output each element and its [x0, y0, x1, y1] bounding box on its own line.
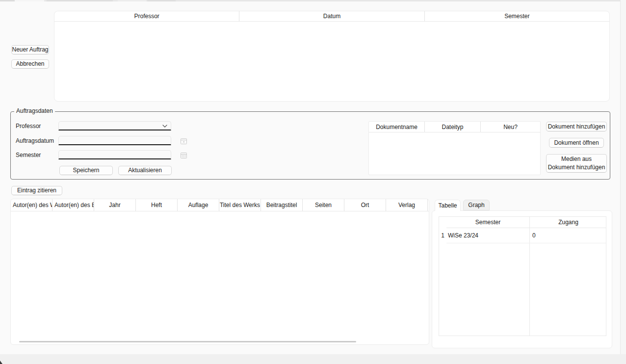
app-window: Professor Datum Semester Neuer Auftrag A…	[0, 0, 626, 364]
citations-column-work-title: Titel des Werks	[219, 199, 261, 211]
orders-column-semester: Semester	[425, 11, 609, 21]
documents-table: Dokumentname Dateityp Neu?	[368, 121, 541, 175]
order-date-input[interactable]	[58, 136, 171, 145]
citations-table-body[interactable]	[11, 211, 429, 337]
citations-column-pages: Seiten	[303, 199, 344, 211]
row-zugang-value: 0	[532, 228, 606, 243]
tab-graph[interactable]: Graph	[463, 200, 490, 210]
cite-entry-button[interactable]: Eintrag zitieren	[11, 186, 62, 195]
order-date-label: Auftragsdatum	[16, 137, 54, 144]
groupbox-legend: Auftragsdaten	[14, 107, 55, 114]
row-separator	[446, 243, 606, 243]
stats-column-zugang: Zugang	[530, 217, 607, 228]
row-index: 1	[439, 228, 446, 243]
citations-column-contribution-authors: Autor(en) des Beitrags	[52, 199, 94, 211]
citations-table: Autor(en) des Werks Autor(en) des Beitra…	[10, 199, 429, 345]
new-order-button[interactable]: Neuer Auftrag	[11, 45, 49, 54]
citations-column-place: Ort	[344, 199, 386, 211]
orders-table-header: Professor Datum Semester	[54, 11, 609, 22]
row-semester-value: WiSe 23/24	[448, 228, 528, 243]
orders-table: Professor Datum Semester	[54, 11, 610, 102]
semester-input[interactable]	[58, 150, 171, 159]
refresh-button[interactable]: Aktualisieren	[118, 166, 172, 175]
add-media-from-document-button[interactable]: Medien aus Dokument hinzufügen	[546, 154, 607, 173]
save-button[interactable]: Speichern	[59, 166, 113, 175]
citations-column-edition: Auflage	[178, 199, 219, 211]
citations-column-work-authors: Autor(en) des Werks	[11, 199, 52, 211]
window-right-edge	[620, 0, 626, 354]
documents-column-name: Dokumentname	[369, 122, 425, 132]
order-data-groupbox: Auftragsdaten Professor Auftragsdatum Se…	[10, 111, 610, 180]
documents-table-header: Dokumentname Dateityp Neu?	[369, 122, 540, 132]
calendar-grid-icon[interactable]	[180, 151, 187, 159]
semester-access-table: Semester Zugang 1 WiSe 23/24 0	[439, 216, 606, 336]
citations-column-year: Jahr	[94, 199, 136, 211]
citations-column-publisher: Verlag	[386, 199, 428, 211]
professor-combobox[interactable]	[58, 121, 171, 130]
open-document-button[interactable]: Dokument öffnen	[549, 138, 604, 148]
window-top-edge	[0, 0, 626, 1]
documents-column-new: Neu?	[481, 122, 540, 132]
calendar-day-icon[interactable]	[180, 137, 187, 145]
tab-tabelle[interactable]: Tabelle	[435, 200, 461, 211]
citations-column-issue: Heft	[136, 199, 178, 211]
cancel-button[interactable]: Abbrechen	[11, 59, 49, 69]
orders-table-body[interactable]	[54, 22, 609, 101]
semester-label: Semester	[16, 152, 41, 158]
add-document-button[interactable]: Dokument hinzufügen	[546, 122, 607, 131]
window-bottom-strip	[0, 354, 626, 364]
documents-column-filetype: Dateityp	[425, 122, 481, 132]
professor-input[interactable]	[58, 121, 171, 130]
citations-table-header: Autor(en) des Werks Autor(en) des Beitra…	[11, 199, 429, 211]
stats-column-semester: Semester	[446, 217, 529, 228]
stats-panel: Semester Zugang 1 WiSe 23/24 0	[432, 210, 612, 348]
professor-label: Professor	[16, 123, 41, 130]
orders-column-datum: Datum	[239, 11, 424, 21]
column-separator	[529, 217, 530, 336]
documents-table-body[interactable]	[369, 132, 540, 175]
orders-column-professor: Professor	[54, 11, 239, 21]
citations-column-contribution-title: Beitragstitel	[261, 199, 303, 211]
chevron-down-icon	[162, 123, 168, 129]
horizontal-scrollbar-thumb[interactable]	[19, 341, 356, 342]
